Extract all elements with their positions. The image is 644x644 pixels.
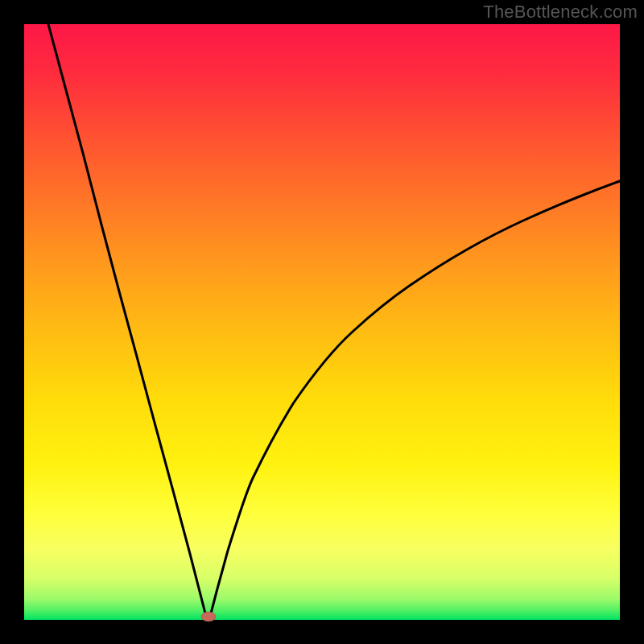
watermark-text: TheBottleneck.com (483, 2, 638, 23)
optimal-marker (201, 612, 216, 621)
bottleneck-chart (0, 0, 644, 644)
plot-area (24, 24, 620, 620)
chart-frame: TheBottleneck.com (0, 0, 644, 644)
